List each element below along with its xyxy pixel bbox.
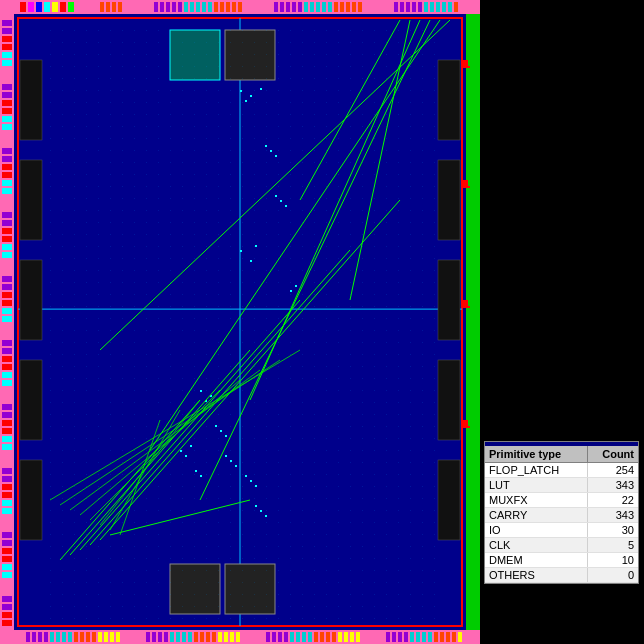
table-row: IO30 (485, 523, 638, 538)
primitive-type-cell: OTHERS (485, 568, 587, 583)
count-cell: 5 (587, 538, 638, 553)
primitive-type-cell: LUT (485, 478, 587, 493)
count-cell: 254 (587, 463, 638, 478)
col-header-type: Primitive type (485, 446, 587, 463)
table-row: CLK5 (485, 538, 638, 553)
table-row: OTHERS0 (485, 568, 638, 583)
table-row: CARRY343 (485, 508, 638, 523)
count-cell: 343 (587, 508, 638, 523)
count-cell: 22 (587, 493, 638, 508)
count-cell: 10 (587, 553, 638, 568)
table-row: FLOP_LATCH254 (485, 463, 638, 478)
count-cell: 343 (587, 478, 638, 493)
stats-table: Primitive type Count FLOP_LATCH254LUT343… (485, 446, 638, 583)
table-row: MUXFX22 (485, 493, 638, 508)
table-row: LUT343 (485, 478, 638, 493)
primitive-type-cell: MUXFX (485, 493, 587, 508)
count-cell: 30 (587, 523, 638, 538)
primitive-type-cell: CLK (485, 538, 587, 553)
primitive-type-cell: CARRY (485, 508, 587, 523)
table-row: DMEM10 (485, 553, 638, 568)
primitive-statistics-panel: Primitive type Count FLOP_LATCH254LUT343… (484, 441, 639, 584)
count-cell: 0 (587, 568, 638, 583)
col-header-count: Count (587, 446, 638, 463)
primitive-type-cell: DMEM (485, 553, 587, 568)
primitive-type-cell: IO (485, 523, 587, 538)
primitive-type-cell: FLOP_LATCH (485, 463, 587, 478)
fpga-layout-canvas (0, 0, 480, 644)
